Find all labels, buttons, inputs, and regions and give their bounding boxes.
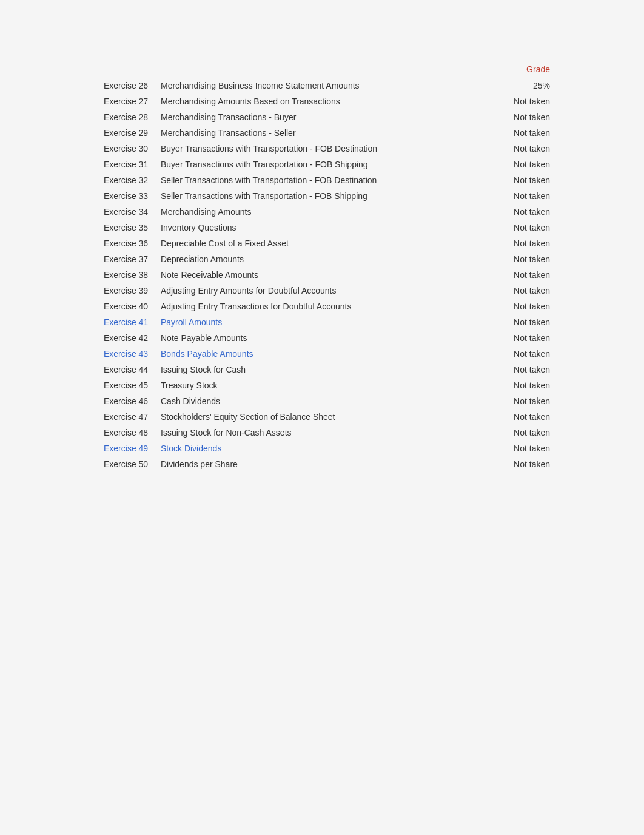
exercise-number: Exercise 26: [92, 78, 158, 93]
exercise-number: Exercise 33: [92, 188, 158, 204]
table-row: Exercise 50Dividends per ShareNot taken: [92, 456, 552, 472]
table-row: Exercise 39Adjusting Entry Amounts for D…: [92, 283, 552, 299]
exercise-name: Inventory Questions: [158, 220, 492, 235]
exercise-grade: Not taken: [492, 425, 552, 441]
exercise-name: Seller Transactions with Transportation …: [158, 172, 492, 188]
table-row: Exercise 30Buyer Transactions with Trans…: [92, 141, 552, 157]
exercise-name: Merchandising Business Income Statement …: [158, 78, 492, 93]
page-container: Grade Exercise 26Merchandising Business …: [92, 0, 552, 472]
exercise-grade: Not taken: [492, 93, 552, 109]
exercise-number: Exercise 48: [92, 425, 158, 441]
exercise-number: Exercise 32: [92, 172, 158, 188]
exercise-grade: 25%: [492, 78, 552, 93]
table-row: Exercise 46Cash DividendsNot taken: [92, 393, 552, 409]
table-header-row: Grade: [92, 61, 552, 78]
exercise-grade: Not taken: [492, 456, 552, 472]
exercise-grade: Not taken: [492, 188, 552, 204]
exercise-grade: Not taken: [492, 141, 552, 157]
exercise-number: Exercise 29: [92, 125, 158, 141]
exercise-number: Exercise 39: [92, 283, 158, 299]
table-row: Exercise 41Payroll AmountsNot taken: [92, 314, 552, 330]
exercise-grade: Not taken: [492, 235, 552, 251]
exercise-grade: Not taken: [492, 109, 552, 125]
exercise-grade: Not taken: [492, 220, 552, 235]
table-row: Exercise 49Stock DividendsNot taken: [92, 441, 552, 456]
exercise-name: Note Payable Amounts: [158, 330, 492, 346]
table-row: Exercise 36Depreciable Cost of a Fixed A…: [92, 235, 552, 251]
exercise-grade: Not taken: [492, 441, 552, 456]
exercise-grade: Not taken: [492, 172, 552, 188]
exercise-grade: Not taken: [492, 330, 552, 346]
table-row: Exercise 43Bonds Payable AmountsNot take…: [92, 346, 552, 362]
exercise-number: Exercise 50: [92, 456, 158, 472]
table-row: Exercise 40Adjusting Entry Transactions …: [92, 299, 552, 314]
exercise-number: Exercise 31: [92, 157, 158, 172]
table-row: Exercise 45Treasury StockNot taken: [92, 377, 552, 393]
exercise-grade: Not taken: [492, 393, 552, 409]
exercise-name: Adjusting Entry Transactions for Doubtfu…: [158, 299, 492, 314]
exercise-name: Buyer Transactions with Transportation -…: [158, 141, 492, 157]
exercise-grade: Not taken: [492, 314, 552, 330]
table-row: Exercise 37Depreciation AmountsNot taken: [92, 251, 552, 267]
exercise-grade: Not taken: [492, 125, 552, 141]
exercise-grade: Not taken: [492, 377, 552, 393]
table-row: Exercise 28Merchandising Transactions - …: [92, 109, 552, 125]
exercise-name: Stockholders' Equity Section of Balance …: [158, 409, 492, 425]
exercise-name[interactable]: Payroll Amounts: [158, 314, 492, 330]
exercise-name: Merchandising Amounts: [158, 204, 492, 220]
exercise-grade: Not taken: [492, 283, 552, 299]
exercise-number: Exercise 46: [92, 393, 158, 409]
exercise-name: Buyer Transactions with Transportation -…: [158, 157, 492, 172]
exercise-name: Note Receivable Amounts: [158, 267, 492, 283]
exercise-name: Adjusting Entry Amounts for Doubtful Acc…: [158, 283, 492, 299]
exercise-number: Exercise 35: [92, 220, 158, 235]
exercise-number[interactable]: Exercise 43: [92, 346, 158, 362]
exercise-name[interactable]: Bonds Payable Amounts: [158, 346, 492, 362]
exercise-name: Merchandising Transactions - Buyer: [158, 109, 492, 125]
exercise-grade: Not taken: [492, 299, 552, 314]
exercise-name: Depreciable Cost of a Fixed Asset: [158, 235, 492, 251]
exercise-tbody: Exercise 26Merchandising Business Income…: [92, 78, 552, 472]
table-row: Exercise 26Merchandising Business Income…: [92, 78, 552, 93]
table-row: Exercise 35Inventory QuestionsNot taken: [92, 220, 552, 235]
exercise-name: Issuing Stock for Non-Cash Assets: [158, 425, 492, 441]
table-row: Exercise 33Seller Transactions with Tran…: [92, 188, 552, 204]
table-row: Exercise 48Issuing Stock for Non-Cash As…: [92, 425, 552, 441]
exercise-name: Depreciation Amounts: [158, 251, 492, 267]
exercise-number: Exercise 27: [92, 93, 158, 109]
table-row: Exercise 32Seller Transactions with Tran…: [92, 172, 552, 188]
exercise-number: Exercise 47: [92, 409, 158, 425]
table-row: Exercise 44Issuing Stock for CashNot tak…: [92, 362, 552, 377]
table-row: Exercise 27Merchandising Amounts Based o…: [92, 93, 552, 109]
exercise-number: Exercise 42: [92, 330, 158, 346]
table-row: Exercise 42Note Payable AmountsNot taken: [92, 330, 552, 346]
exercise-grade: Not taken: [492, 362, 552, 377]
table-row: Exercise 31Buyer Transactions with Trans…: [92, 157, 552, 172]
grade-column-header: Grade: [492, 61, 552, 78]
exercise-table: Grade Exercise 26Merchandising Business …: [92, 61, 552, 472]
exercise-number: Exercise 38: [92, 267, 158, 283]
exercise-name: Dividends per Share: [158, 456, 492, 472]
name-column-header: [158, 61, 492, 78]
exercise-number[interactable]: Exercise 49: [92, 441, 158, 456]
table-row: Exercise 34Merchandising AmountsNot take…: [92, 204, 552, 220]
exercise-grade: Not taken: [492, 267, 552, 283]
exercise-name: Issuing Stock for Cash: [158, 362, 492, 377]
exercise-name[interactable]: Stock Dividends: [158, 441, 492, 456]
exercise-grade: Not taken: [492, 157, 552, 172]
exercise-number: Exercise 44: [92, 362, 158, 377]
exercise-number[interactable]: Exercise 41: [92, 314, 158, 330]
exercise-number: Exercise 37: [92, 251, 158, 267]
exercise-number: Exercise 30: [92, 141, 158, 157]
exercise-name: Treasury Stock: [158, 377, 492, 393]
table-row: Exercise 38Note Receivable AmountsNot ta…: [92, 267, 552, 283]
exercise-grade: Not taken: [492, 409, 552, 425]
exercise-name: Merchandising Amounts Based on Transacti…: [158, 93, 492, 109]
table-row: Exercise 47Stockholders' Equity Section …: [92, 409, 552, 425]
exercise-number: Exercise 45: [92, 377, 158, 393]
exercise-name: Merchandising Transactions - Seller: [158, 125, 492, 141]
num-column-header: [92, 61, 158, 78]
table-row: Exercise 29Merchandising Transactions - …: [92, 125, 552, 141]
exercise-name: Seller Transactions with Transportation …: [158, 188, 492, 204]
exercise-number: Exercise 36: [92, 235, 158, 251]
